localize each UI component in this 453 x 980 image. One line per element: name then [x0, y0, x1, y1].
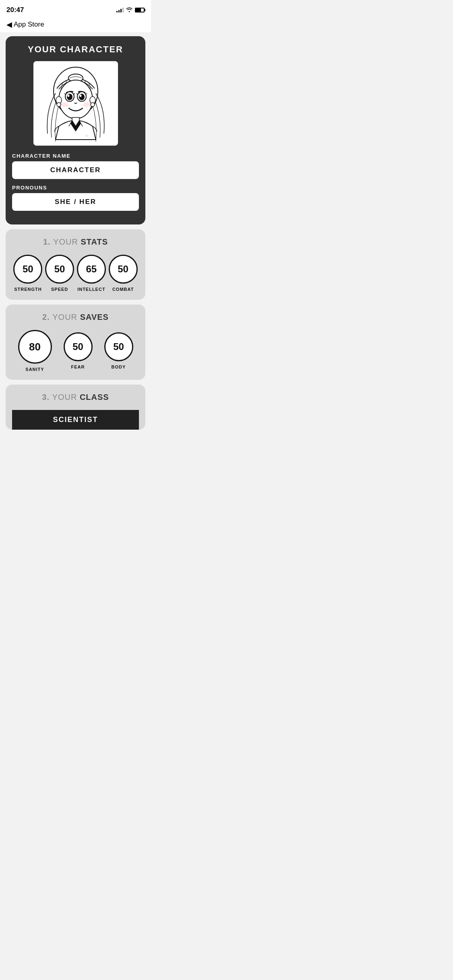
status-time: 20:47: [6, 6, 24, 14]
class-number: 3.: [42, 393, 50, 401]
stat-item[interactable]: 50 SPEED: [45, 255, 74, 292]
stats-your: YOUR: [53, 237, 78, 246]
stat-item[interactable]: 50 STRENGTH: [13, 255, 42, 292]
back-button[interactable]: ◀ App Store: [6, 20, 44, 29]
saves-your: YOUR: [52, 313, 77, 321]
stat-circle: 50: [109, 255, 138, 284]
save-label: SANITY: [25, 367, 44, 372]
class-section-title: 3. YOUR CLASS: [12, 393, 139, 402]
stat-label: INTELLECT: [77, 287, 105, 292]
status-icons: [116, 7, 145, 13]
stat-circle: 50: [45, 255, 74, 284]
save-circle: 50: [64, 332, 93, 361]
status-bar: 20:47: [0, 0, 151, 18]
nav-bar: ◀ App Store: [0, 18, 151, 32]
character-name-input[interactable]: CHARACTER: [12, 161, 139, 179]
class-value[interactable]: SCIENTIST: [12, 410, 139, 430]
character-name-label: CHARACTER NAME: [12, 153, 139, 159]
saves-title: SAVES: [80, 313, 109, 321]
saves-number: 2.: [42, 313, 50, 321]
stats-card: 1. YOUR STATS 50 STRENGTH 50 SPEED 65 IN…: [6, 229, 145, 300]
stat-circle: 65: [77, 255, 106, 284]
stats-row: 50 STRENGTH 50 SPEED 65 INTELLECT 50 COM…: [12, 255, 139, 292]
stats-section-title: 1. YOUR STATS: [12, 237, 139, 247]
character-image: ©: [33, 61, 118, 146]
class-title: CLASS: [80, 393, 109, 401]
save-label: BODY: [112, 364, 126, 369]
save-item[interactable]: 50 FEAR: [64, 332, 93, 369]
battery-icon: [135, 8, 145, 12]
stat-label: COMBAT: [112, 287, 134, 292]
wifi-icon: [126, 7, 132, 13]
class-card: 3. YOUR CLASS SCIENTIST: [6, 385, 145, 430]
saves-row: 80 SANITY 50 FEAR 50 BODY: [12, 330, 139, 372]
back-label: App Store: [14, 21, 44, 29]
save-item[interactable]: 80 SANITY: [18, 330, 52, 372]
stat-item[interactable]: 50 COMBAT: [109, 255, 138, 292]
save-item[interactable]: 50 BODY: [104, 332, 133, 369]
svg-point-13: [79, 95, 81, 97]
svg-point-3: [59, 80, 93, 119]
svg-point-9: [67, 94, 72, 100]
save-label: FEAR: [71, 364, 85, 369]
stat-item[interactable]: 65 INTELLECT: [77, 255, 106, 292]
stat-circle: 50: [13, 255, 42, 284]
stat-label: SPEED: [51, 287, 68, 292]
class-your: YOUR: [52, 393, 77, 401]
saves-card: 2. YOUR SAVES 80 SANITY 50 FEAR 50 BODY: [6, 305, 145, 380]
stats-number: 1.: [43, 237, 51, 246]
card-title: YOUR CHARACTER: [12, 44, 139, 55]
save-circle: 50: [104, 332, 133, 361]
pronouns-input[interactable]: SHE / HER: [12, 193, 139, 211]
pronouns-label: PRONOUNS: [12, 185, 139, 191]
svg-text:©: ©: [86, 135, 88, 137]
back-chevron-icon: ◀: [6, 20, 12, 29]
signal-icon: [116, 8, 124, 12]
stats-title: STATS: [81, 237, 108, 246]
stat-label: STRENGTH: [14, 287, 42, 292]
svg-point-7: [91, 103, 95, 107]
svg-point-12: [79, 94, 85, 100]
saves-section-title: 2. YOUR SAVES: [12, 313, 139, 322]
svg-point-10: [67, 95, 69, 97]
svg-point-15: [83, 102, 90, 107]
svg-point-14: [61, 102, 68, 107]
svg-point-6: [57, 103, 61, 107]
character-card: YOUR CHARACTER: [6, 36, 145, 224]
main-content: YOUR CHARACTER: [0, 32, 151, 434]
save-circle: 80: [18, 330, 52, 364]
